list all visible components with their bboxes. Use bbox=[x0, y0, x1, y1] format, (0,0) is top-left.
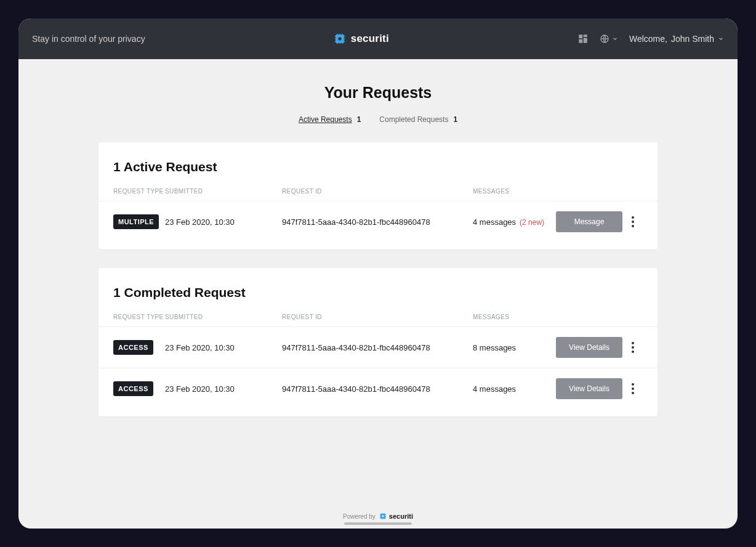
request-type-badge: MULTIPLE bbox=[113, 214, 159, 229]
col-request-type: REQUEST TYPE bbox=[113, 188, 165, 195]
page-title: Your Requests bbox=[324, 84, 432, 102]
new-messages-count: (2 new) bbox=[520, 218, 544, 227]
main-content: Your Requests Active Requests 1 Complete… bbox=[18, 59, 738, 500]
tab-count: 1 bbox=[357, 115, 361, 124]
view-details-button[interactable]: View Details bbox=[556, 378, 622, 399]
messages-count: 4 messages bbox=[473, 384, 516, 394]
col-messages: MESSAGES bbox=[473, 314, 556, 320]
submitted-cell: 23 Feb 2020, 10:30 bbox=[165, 384, 282, 394]
svg-point-0 bbox=[338, 37, 341, 40]
request-type-badge: ACCESS bbox=[113, 340, 153, 355]
app-header: Stay in control of your privacy securiti bbox=[18, 18, 738, 59]
user-name: John Smith bbox=[671, 34, 714, 44]
svg-rect-2 bbox=[584, 34, 587, 37]
header-tagline: Stay in control of your privacy bbox=[32, 34, 145, 44]
more-vertical-icon bbox=[632, 216, 634, 227]
request-tabs: Active Requests 1 Completed Requests 1 bbox=[299, 115, 457, 124]
submitted-cell: 23 Feb 2020, 10:30 bbox=[165, 217, 282, 227]
chevron-down-icon bbox=[718, 36, 724, 42]
footer-brand[interactable]: securiti bbox=[379, 513, 413, 520]
tab-label: Completed Requests bbox=[379, 115, 448, 124]
brand-logo[interactable]: securiti bbox=[145, 33, 577, 45]
view-details-button[interactable]: View Details bbox=[556, 337, 622, 358]
svg-rect-3 bbox=[584, 38, 587, 43]
dashboard-icon[interactable] bbox=[577, 33, 589, 44]
active-requests-card: 1 Active Request REQUEST TYPE SUBMITTED … bbox=[99, 142, 657, 249]
language-picker[interactable] bbox=[600, 34, 618, 44]
row-more-menu[interactable] bbox=[624, 342, 642, 353]
user-menu[interactable]: Welcome, John Smith bbox=[629, 34, 724, 44]
table-row: ACCESS 23 Feb 2020, 10:30 947f7811-5aaa-… bbox=[99, 326, 657, 368]
col-request-id: REQUEST ID bbox=[282, 188, 473, 195]
svg-rect-4 bbox=[579, 39, 582, 43]
card-title: 1 Active Request bbox=[99, 160, 657, 188]
powered-by-label: Powered by bbox=[343, 513, 376, 520]
tab-count: 1 bbox=[453, 115, 457, 124]
card-title: 1 Completed Request bbox=[99, 285, 657, 314]
row-more-menu[interactable] bbox=[624, 383, 642, 394]
securiti-logo-icon bbox=[334, 33, 346, 45]
brand-name: securiti bbox=[351, 33, 389, 45]
device-frame: Stay in control of your privacy securiti bbox=[0, 0, 756, 547]
col-messages: MESSAGES bbox=[473, 188, 556, 195]
more-vertical-icon bbox=[632, 342, 634, 353]
chevron-down-icon bbox=[612, 36, 618, 42]
home-indicator bbox=[344, 522, 412, 525]
table-header: REQUEST TYPE SUBMITTED REQUEST ID MESSAG… bbox=[99, 188, 657, 201]
more-vertical-icon bbox=[632, 383, 634, 394]
footer-brand-name: securiti bbox=[389, 513, 413, 520]
submitted-cell: 23 Feb 2020, 10:30 bbox=[165, 343, 282, 352]
svg-rect-1 bbox=[579, 34, 582, 38]
request-id-cell: 947f7811-5aaa-4340-82b1-fbc448960478 bbox=[282, 343, 473, 352]
welcome-prefix: Welcome, bbox=[629, 34, 667, 44]
request-id-cell: 947f7811-5aaa-4340-82b1-fbc448960478 bbox=[282, 217, 473, 227]
tab-completed-requests[interactable]: Completed Requests 1 bbox=[379, 115, 457, 124]
table-row: MULTIPLE 23 Feb 2020, 10:30 947f7811-5aa… bbox=[99, 201, 657, 242]
screen: Stay in control of your privacy securiti bbox=[18, 18, 738, 529]
securiti-logo-icon bbox=[379, 513, 387, 520]
tab-label: Active Requests bbox=[299, 115, 352, 124]
completed-requests-card: 1 Completed Request REQUEST TYPE SUBMITT… bbox=[99, 268, 657, 416]
message-button[interactable]: Message bbox=[556, 211, 622, 232]
messages-count: 4 messages bbox=[473, 217, 516, 227]
request-id-cell: 947f7811-5aaa-4340-82b1-fbc448960478 bbox=[282, 384, 473, 394]
col-submitted: SUBMITTED bbox=[165, 314, 282, 320]
row-more-menu[interactable] bbox=[624, 216, 642, 227]
table-header: REQUEST TYPE SUBMITTED REQUEST ID MESSAG… bbox=[99, 314, 657, 326]
messages-count: 8 messages bbox=[473, 343, 516, 352]
col-request-type: REQUEST TYPE bbox=[113, 314, 165, 320]
col-submitted: SUBMITTED bbox=[165, 188, 282, 195]
tab-active-requests[interactable]: Active Requests 1 bbox=[299, 115, 361, 124]
svg-point-6 bbox=[382, 516, 384, 517]
col-request-id: REQUEST ID bbox=[282, 314, 473, 320]
globe-icon bbox=[600, 34, 609, 44]
table-row: ACCESS 23 Feb 2020, 10:30 947f7811-5aaa-… bbox=[99, 368, 657, 409]
request-type-badge: ACCESS bbox=[113, 381, 153, 396]
